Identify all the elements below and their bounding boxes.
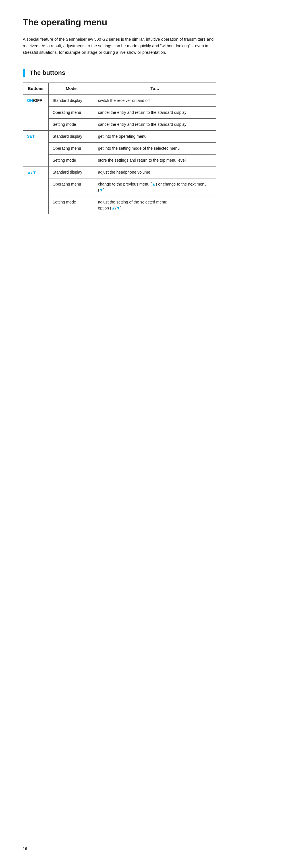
cell-to-4: get into the operating menu <box>94 131 216 143</box>
section-bar <box>23 69 25 77</box>
table-row: Operating menu get into the setting mode… <box>23 143 216 155</box>
cell-operating-menu-3: Operating menu <box>48 179 94 196</box>
cell-standard-display-1: Standard display <box>48 95 94 107</box>
cell-setting-mode-1: Setting mode <box>48 119 94 131</box>
table-header-row: Buttons Mode To… <box>23 83 216 95</box>
col-header-buttons: Buttons <box>23 83 48 95</box>
table-row: ▲/▼ Standard display adjust the headphon… <box>23 166 216 179</box>
cell-to-1: switch the receiver on and off <box>94 95 216 107</box>
buttons-table: Buttons Mode To… ON/OFF Standard display… <box>23 83 216 215</box>
cell-to-6: store the settings and return to the top… <box>94 155 216 166</box>
table-row: Setting mode cancel the entry and return… <box>23 119 216 131</box>
table-row: ON/OFF Standard display switch the recei… <box>23 95 216 107</box>
intro-paragraph: A special feature of the Sennheiser ew 5… <box>23 36 216 56</box>
cell-on-off-button: ON/OFF <box>23 95 48 131</box>
inline-arrow-up-2: ▲ <box>111 206 115 210</box>
cell-operating-menu-2: Operating menu <box>48 143 94 155</box>
cell-to-2: cancel the entry and return to the stand… <box>94 107 216 119</box>
cell-arrows-button: ▲/▼ <box>23 166 48 214</box>
inline-arrow-up: ▲ <box>152 182 156 186</box>
cell-operating-menu-1: Operating menu <box>48 107 94 119</box>
table-row: Operating menu change to the previous me… <box>23 179 216 196</box>
cell-to-3: cancel the entry and return to the stand… <box>94 119 216 131</box>
col-header-mode: Mode <box>48 83 94 95</box>
off-label: OFF <box>34 98 42 103</box>
inline-arrow-down-2: ▼ <box>116 206 120 210</box>
cell-set-button: SET <box>23 131 48 166</box>
set-label: SET <box>27 134 35 138</box>
table-row: Setting mode adjust the setting of the s… <box>23 196 216 214</box>
section-title: The buttons <box>30 69 65 76</box>
cell-standard-display-3: Standard display <box>48 166 94 179</box>
cell-setting-mode-3: Setting mode <box>48 196 94 214</box>
inline-arrow-down: ▼ <box>99 188 103 192</box>
table-row: Operating menu cancel the entry and retu… <box>23 107 216 119</box>
cell-to-5: get into the setting mode of the selecte… <box>94 143 216 155</box>
cell-to-9: adjust the setting of the selected menu:… <box>94 196 216 214</box>
cell-setting-mode-2: Setting mode <box>48 155 94 166</box>
arrow-down-label: ▼ <box>32 170 37 175</box>
on-label: ON <box>27 98 33 103</box>
table-row: SET Standard display get into the operat… <box>23 131 216 143</box>
section-header: The buttons <box>23 69 284 77</box>
col-header-to: To… <box>94 83 216 95</box>
page-number: 16 <box>23 846 27 851</box>
cell-to-8: change to the previous menu (▲) or chang… <box>94 179 216 196</box>
table-row: Setting mode store the settings and retu… <box>23 155 216 166</box>
page-title: The operating menu <box>23 17 284 28</box>
cell-standard-display-2: Standard display <box>48 131 94 143</box>
cell-to-7: adjust the headphone volume <box>94 166 216 179</box>
arrow-up-label: ▲ <box>27 170 31 175</box>
